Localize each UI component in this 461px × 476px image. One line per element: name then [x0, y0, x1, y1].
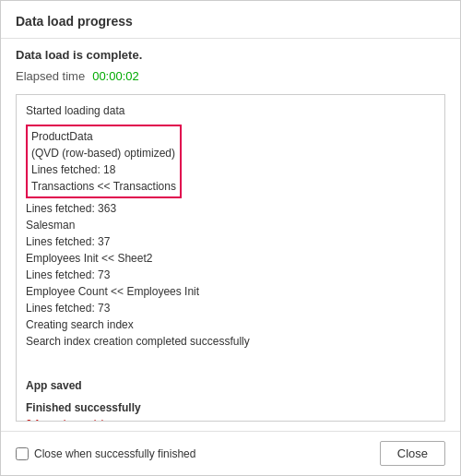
log-started-line: Started loading data [26, 102, 435, 119]
dialog-body: Data load is complete. Elapsed time 00:0… [1, 39, 460, 431]
dialog-footer: Close when successfully finished Close [1, 431, 460, 475]
log-line-363: Lines fetched: 363 [26, 200, 435, 217]
elapsed-row: Elapsed time 00:00:02 [16, 69, 445, 83]
log-line-73b: Lines fetched: 73 [26, 300, 435, 316]
close-when-finished-checkbox[interactable] [16, 447, 29, 460]
log-app-saved-text: App saved [26, 377, 435, 394]
log-finished-title: Finished successfully [26, 399, 435, 416]
status-complete: Data load is complete. [16, 48, 445, 62]
log-creating-search: Creating search index [26, 316, 435, 333]
dialog-header: Data load progress [1, 1, 460, 39]
log-lines-fetched-18: Lines fetched: 18 [31, 161, 176, 178]
close-button[interactable]: Close [380, 441, 445, 466]
log-search-complete: Search index creation completed successf… [26, 333, 435, 350]
data-load-progress-dialog: Data load progress Data load is complete… [0, 0, 461, 476]
log-line-37: Lines fetched: 37 [26, 233, 435, 250]
elapsed-value: 00:00:02 [92, 69, 139, 83]
dialog-title: Data load progress [16, 14, 133, 29]
log-employees-init: Employees Init << Sheet2 [26, 250, 435, 267]
log-employee-count: Employee Count << Employees Init [26, 283, 435, 300]
checkbox-label: Close when successfully finished [34, 447, 195, 460]
log-forced-errors: 0 forced error(s) [26, 416, 435, 422]
log-highlighted-block: ProductData (QVD (row-based) optimized) … [26, 125, 182, 198]
checkbox-wrapper: Close when successfully finished [16, 447, 195, 460]
log-qvd-line: (QVD (row-based) optimized) [31, 145, 176, 161]
elapsed-label: Elapsed time [16, 69, 85, 83]
log-line-73a: Lines fetched: 73 [26, 267, 435, 283]
log-product-data: ProductData [31, 128, 176, 145]
log-app-saved [26, 355, 435, 372]
log-salesman: Salesman [26, 217, 435, 233]
log-container[interactable]: Started loading data ProductData (QVD (r… [16, 94, 445, 422]
log-transactions-line: Transactions << Transactions [31, 178, 176, 195]
